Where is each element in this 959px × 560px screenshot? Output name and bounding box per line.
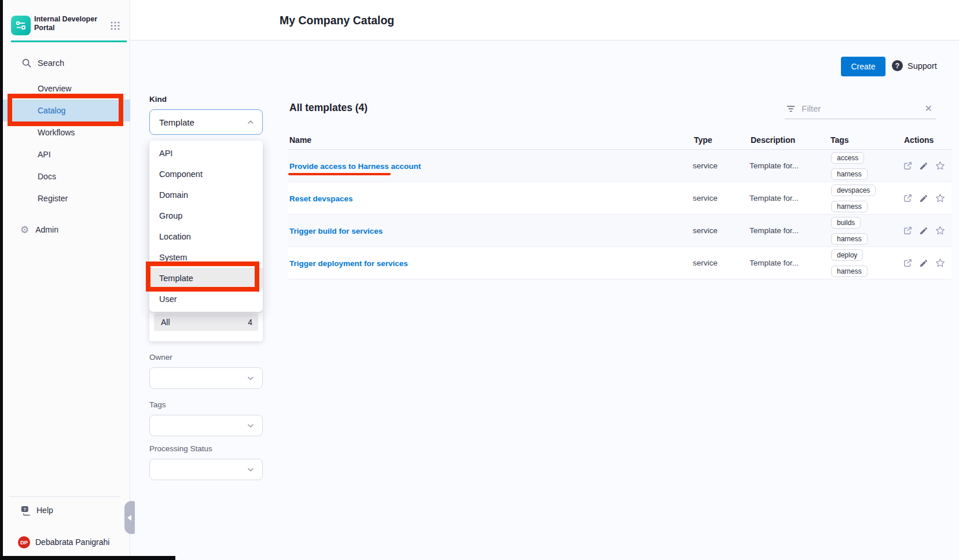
sidebar-divider [9,496,120,497]
kind-option-component[interactable]: Component [149,164,263,185]
column-header-tags: Tags [829,135,903,145]
open-in-new-icon[interactable] [903,258,913,268]
tag-chip: devspaces [831,185,876,196]
filter-input[interactable] [802,104,906,113]
cell-tags: devspacesharness [829,185,903,212]
sidebar-item-api[interactable]: API [0,143,130,165]
star-icon[interactable] [935,193,946,204]
screen-edge-bottom [0,556,175,560]
cell-description: Template for... [749,226,829,235]
facet-count: 4 [248,318,252,327]
cell-actions [903,193,951,204]
edit-pencil-icon[interactable] [919,161,928,171]
kind-option-system[interactable]: System [149,247,263,268]
owner-select[interactable] [149,367,263,389]
collapse-arrow-icon [127,515,131,521]
sidebar-item-admin[interactable]: ⚙ Admin [0,219,130,240]
kind-select[interactable]: Template [149,109,263,135]
sidebar-item-overview[interactable]: Overview [0,78,130,100]
tag-chip: harness [831,266,868,277]
star-icon[interactable] [935,225,946,236]
table-header-row: Name Type Description Tags Actions [288,130,951,150]
template-name-link[interactable]: Provide access to Harness account [289,162,421,171]
processing-status-select[interactable] [149,459,263,480]
tag-chip: access [831,152,864,164]
kind-option-location[interactable]: Location [149,226,263,247]
sidebar-item-docs[interactable]: Docs [0,165,130,187]
kind-option-label: Group [159,211,182,220]
column-header-type: Type [693,135,749,145]
annotation-underline [288,173,391,175]
processing-status-label: Processing Status [149,444,212,453]
tag-chip: harness [831,201,868,212]
help-label: Help [36,506,53,515]
user-menu[interactable]: DP Debabrata Panigrahi [0,535,130,550]
table-filter: ✕ [785,98,936,119]
template-name-link[interactable]: Trigger deployment for services [289,259,408,268]
sidebar-item-label: API [38,150,51,159]
sidebar-item-label: Workflows [38,128,75,137]
sidebar-item-register[interactable]: Register [0,187,130,209]
kind-option-user[interactable]: User [149,289,263,310]
kind-option-api[interactable]: API [149,143,263,164]
column-header-actions: Actions [903,135,951,145]
cell-actions [903,257,951,268]
cell-description: Template for... [749,194,829,202]
sidebar-collapse-handle[interactable] [124,501,135,534]
clear-filter-icon[interactable]: ✕ [925,103,932,114]
cell-tags: deployharness [829,249,903,277]
help-chat-icon: ? [20,505,31,516]
kind-dropdown: API Component Domain Group Location Syst… [149,141,263,312]
sidebar-item-label: Overview [38,84,71,93]
kind-option-label: Domain [159,190,188,200]
sidebar-item-catalog[interactable]: Catalog [0,100,130,121]
sidebar-item-label: Catalog [38,106,65,115]
table-row: Trigger build for services service Templ… [288,215,951,247]
sidebar-item-label: Docs [38,172,56,181]
kind-option-label: API [159,149,172,158]
portal-title: Internal Developer Portal [34,15,102,32]
sidebar-item-workflows[interactable]: Workflows [0,121,130,143]
star-icon[interactable] [935,160,946,171]
open-in-new-icon[interactable] [903,193,913,203]
star-icon[interactable] [935,257,946,268]
tag-chip: harness [831,168,868,180]
cell-type: service [693,194,749,202]
sidebar-nav: Overview Catalog Workflows API Docs Regi… [0,78,130,209]
kind-option-domain[interactable]: Domain [149,185,263,205]
tag-chip: deploy [831,249,863,261]
edit-pencil-icon[interactable] [919,259,928,268]
open-in-new-icon[interactable] [903,161,913,171]
cell-type: service [693,226,749,235]
chevron-up-icon [246,117,255,127]
template-name-link[interactable]: Trigger build for services [289,227,383,235]
chevron-down-icon [246,374,255,383]
app-launcher-icon[interactable] [109,20,121,34]
create-button[interactable]: Create [841,57,885,76]
template-name-link[interactable]: Reset devspaces [289,194,353,203]
sidebar-item-search[interactable]: Search [0,53,130,73]
support-label: Support [907,61,937,71]
tag-chip: harness [831,233,868,245]
kind-option-template[interactable]: Template [149,268,263,289]
pipeline-glyph [14,19,28,32]
table-row: Trigger deployment for services service … [288,247,951,279]
cell-actions [903,225,951,236]
filter-funnel-icon [786,104,796,113]
support-button[interactable]: ? Support [892,60,937,71]
cell-name: Trigger deployment for services [288,258,693,268]
kind-option-label: Location [159,232,191,241]
open-in-new-icon[interactable] [903,226,913,235]
gear-icon: ⚙ [20,225,29,235]
facet-all-row[interactable]: All 4 [154,314,258,331]
tag-chip: builds [831,217,861,229]
sidebar-item-help[interactable]: ? Help [0,502,130,518]
edit-pencil-icon[interactable] [919,226,928,235]
kind-option-label: System [159,253,187,262]
cell-description: Template for... [749,161,829,170]
tags-select[interactable] [149,415,263,436]
edit-pencil-icon[interactable] [919,194,928,203]
search-label: Search [38,58,64,68]
table-row: Provide access to Harness account servic… [288,150,951,182]
kind-option-group[interactable]: Group [149,205,263,226]
